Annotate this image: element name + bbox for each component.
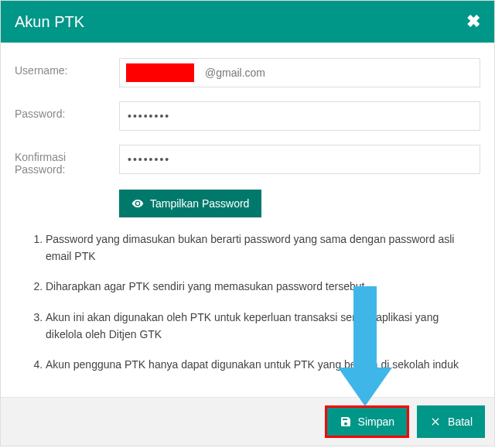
note-item: Akun pengguna PTK hanya dapat digunakan …	[46, 357, 480, 374]
password-field[interactable]	[119, 101, 480, 131]
password-label: Password:	[15, 101, 119, 120]
highlight-annotation: Simpan	[325, 405, 409, 438]
x-icon	[429, 416, 442, 428]
save-icon	[340, 416, 352, 428]
username-label: Username:	[15, 58, 119, 77]
cancel-label: Batal	[448, 416, 473, 428]
cancel-button[interactable]: Batal	[417, 405, 485, 438]
eye-icon	[131, 197, 144, 210]
redacted-block	[126, 63, 194, 82]
modal-title: Akun PTK	[15, 13, 84, 31]
note-item: Password yang dimasukan bukan berarti pa…	[46, 231, 480, 265]
save-button[interactable]: Simpan	[327, 408, 407, 436]
modal-body: Username: @gmail.com Password: Konfirmas…	[1, 43, 494, 397]
close-icon[interactable]: ✖	[466, 12, 480, 32]
row-password: Password:	[15, 101, 480, 131]
note-item: Akun ini akan digunakan oleh PTK untuk k…	[46, 309, 480, 343]
show-password-label: Tampilkan Password	[150, 197, 249, 210]
modal-header: Akun PTK ✖	[1, 1, 494, 43]
confirm-password-label: Konfirmasi Password:	[15, 145, 119, 176]
username-field[interactable]: @gmail.com	[119, 58, 480, 87]
row-confirm-password: Konfirmasi Password:	[15, 145, 480, 176]
show-password-button[interactable]: Tampilkan Password	[119, 190, 261, 217]
row-username: Username: @gmail.com	[15, 58, 480, 87]
username-suffix: @gmail.com	[205, 67, 265, 79]
notes-list: Password yang dimasukan bukan berarti pa…	[15, 231, 480, 374]
confirm-password-field[interactable]	[119, 145, 480, 174]
modal-dialog: Akun PTK ✖ Username: @gmail.com Password…	[0, 0, 495, 446]
modal-footer: Simpan Batal	[1, 397, 494, 446]
row-show-password: Tampilkan Password	[15, 190, 480, 217]
save-label: Simpan	[358, 416, 394, 428]
note-item: Diharapkan agar PTK sendiri yang memasuk…	[46, 279, 480, 296]
